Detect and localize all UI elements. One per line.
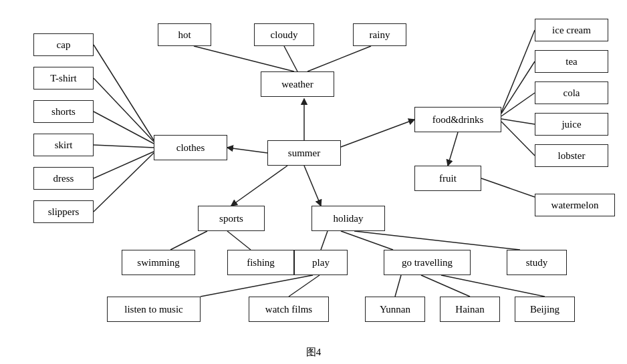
node-skirt: skirt <box>33 134 94 156</box>
svg-line-10 <box>94 152 154 178</box>
svg-line-12 <box>341 120 414 147</box>
svg-line-2 <box>194 46 294 71</box>
svg-line-15 <box>501 93 535 116</box>
svg-line-18 <box>448 132 458 166</box>
node-cola: cola <box>535 81 608 104</box>
svg-line-16 <box>501 119 535 124</box>
svg-line-27 <box>201 275 313 297</box>
node-clothes: clothes <box>154 135 227 160</box>
node-tea: tea <box>535 50 608 73</box>
svg-line-29 <box>395 275 401 297</box>
svg-line-11 <box>94 153 154 212</box>
node-hainan: Hainan <box>440 297 500 322</box>
diagram: summerweatherhotcloudyrainyclothescapT-s… <box>0 0 627 354</box>
svg-line-20 <box>231 166 287 206</box>
node-weather: weather <box>261 71 334 97</box>
svg-line-14 <box>501 61 535 114</box>
node-cap: cap <box>33 33 94 56</box>
svg-line-7 <box>94 78 154 142</box>
node-fruit: fruit <box>414 166 481 191</box>
node-sports: sports <box>198 206 265 231</box>
node-juice: juice <box>535 113 608 136</box>
node-tshirt: T-shirt <box>33 67 94 89</box>
node-ice_cream: ice cream <box>535 19 608 41</box>
svg-line-30 <box>421 275 470 297</box>
node-lobster: lobster <box>535 144 608 167</box>
node-study: study <box>507 250 567 275</box>
node-hot: hot <box>158 23 211 46</box>
node-play: play <box>294 250 348 275</box>
node-shorts: shorts <box>33 100 94 123</box>
node-watermelon: watermelon <box>535 194 615 216</box>
node-slippers: slippers <box>33 200 94 223</box>
svg-line-9 <box>94 145 154 148</box>
svg-line-21 <box>170 231 207 250</box>
svg-line-31 <box>441 275 545 297</box>
node-food_drinks: food&drinks <box>414 107 501 132</box>
svg-line-6 <box>94 45 154 140</box>
node-fishing: fishing <box>227 250 294 275</box>
svg-line-26 <box>354 231 520 250</box>
svg-line-22 <box>227 231 251 250</box>
svg-line-24 <box>321 231 328 250</box>
node-holiday: holiday <box>311 206 385 231</box>
node-rainy: rainy <box>353 23 406 46</box>
node-summer: summer <box>267 140 341 166</box>
svg-line-3 <box>284 46 297 71</box>
svg-line-23 <box>304 166 321 206</box>
node-go_travelling: go travelling <box>384 250 471 275</box>
node-yunnan: Yunnan <box>365 297 425 322</box>
svg-line-5 <box>227 148 267 153</box>
caption: 图4 <box>0 346 627 359</box>
node-watch_films: watch films <box>249 297 329 322</box>
node-dress: dress <box>33 167 94 190</box>
svg-line-25 <box>341 231 393 250</box>
svg-line-8 <box>94 112 154 144</box>
svg-line-13 <box>501 30 535 112</box>
svg-line-17 <box>501 122 535 156</box>
svg-line-19 <box>481 178 535 197</box>
node-listen_music: listen to music <box>107 297 201 322</box>
node-beijing: Beijing <box>515 297 575 322</box>
node-swimming: swimming <box>122 250 195 275</box>
svg-line-28 <box>289 275 320 297</box>
svg-line-4 <box>307 46 371 71</box>
node-cloudy: cloudy <box>254 23 314 46</box>
